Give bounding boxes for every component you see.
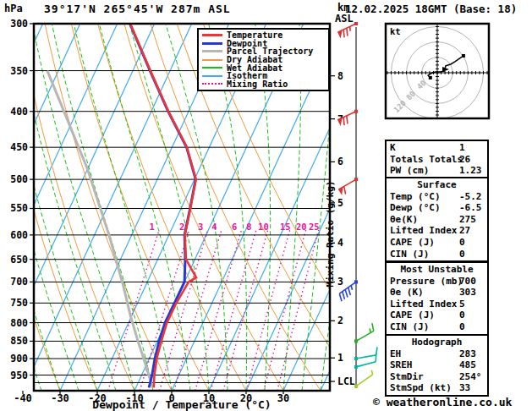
pressure-tick-label: 700 (10, 276, 28, 288)
credit-footer: © weatheronline.co.uk (373, 396, 512, 408)
table-row-label: Totals Totals (390, 154, 463, 165)
hodograph-ring-label: 120 (392, 99, 408, 115)
pressure-tick-label: 600 (10, 229, 28, 241)
mixing-ratio-tick-label: 3 (198, 222, 203, 232)
pressure-tick-label: 300 (10, 18, 28, 30)
table-row: SREH485 (387, 359, 487, 371)
mixing-ratio-tick-label: 10 (258, 222, 269, 232)
hodograph-ring-label: 40 (415, 79, 428, 91)
table-row: Lifted Index5 (387, 299, 487, 310)
indices-table: Most UnstablePressure (mb)700θe (K)303Li… (385, 261, 489, 336)
skewt-sounding-page: { "header": { "title": "39°17'N 265°45'W… (0, 0, 532, 411)
table-row-value: 27 (459, 225, 470, 237)
km-tick-label: 2 (337, 315, 343, 326)
legend-line-sample (202, 67, 222, 68)
table-row-label: CAPE (J) (390, 310, 435, 321)
table-row: StmDir254° (387, 371, 487, 383)
hodograph-trace (428, 56, 463, 78)
table-row: Dewp (°C)-6.5 (387, 202, 487, 214)
table-row-value: 283 (459, 348, 476, 360)
table-row-value: 275 (459, 214, 476, 226)
table-row-label: Temp (°C) (390, 191, 441, 202)
page-title: 39°17'N 265°45'W 287m ASL (44, 3, 231, 15)
pressure-tick-label: 950 (10, 370, 28, 381)
table-row-value: 33 (459, 382, 470, 394)
legend-line-sample (202, 50, 222, 52)
table-row: Totals Totals26 (387, 154, 487, 166)
pressure-tick-label: 650 (10, 254, 28, 266)
hodograph-ring-label: 80 (404, 90, 417, 102)
table-row-label: θe(K) (390, 214, 418, 225)
table-row-label: PW (cm) (390, 165, 429, 176)
isotherm-line (23, 24, 192, 391)
run-datetime-label: 12.02.2025 18GMT (Base: 18) (345, 3, 517, 15)
hodograph: 4080120 (386, 23, 489, 123)
table-row: θe(K)275 (387, 214, 487, 226)
dry-adiabat-line (19, 24, 134, 391)
wind-barb (354, 347, 377, 360)
km-tick-label: 5 (337, 197, 343, 209)
table-row-value: 1.23 (459, 165, 482, 177)
wet-adiabat-line (52, 24, 153, 391)
hodograph-unit-label: kt (390, 26, 401, 36)
pressure-tick-label: 850 (10, 335, 28, 347)
table-row-label: StmSpd (kt) (390, 382, 452, 393)
table-row-label: Lifted Index (390, 299, 457, 310)
mixing-ratio-axis-title: Mixing Ratio (g/kg) (325, 167, 336, 302)
table-row-label: Pressure (mb) (390, 276, 463, 287)
table-row-value: 303 (459, 287, 476, 299)
table-row: Lifted Index27 (387, 225, 487, 237)
table-row-value: -5.2 (459, 191, 482, 203)
table-header: Hodograph (387, 337, 487, 348)
legend-item-label: Mixing Ratio (227, 79, 288, 89)
mixing-ratio-tick-label: 15 (280, 222, 291, 232)
pressure-tick-label: 750 (10, 297, 28, 309)
indices-table: HodographEH283SREH485StmDir254°StmSpd (k… (385, 334, 489, 397)
pressure-tick-label: 500 (10, 173, 28, 185)
mixing-ratio-tick-label: 2 (179, 222, 184, 232)
table-row-label: SREH (390, 359, 413, 370)
table-row-label: K (390, 142, 396, 153)
table-row-label: EH (390, 348, 401, 359)
pressure-tick-label: 550 (10, 202, 28, 214)
km-tick-label: 6 (337, 156, 343, 167)
table-row-value: 5 (459, 299, 465, 310)
table-row-value: 1 (459, 142, 465, 154)
table-row-label: CIN (J) (390, 321, 429, 332)
wind-barb (338, 178, 358, 195)
legend-line-sample (202, 83, 222, 85)
table-row-value: 0 (459, 310, 465, 321)
temp-tick-label: -40 (14, 392, 32, 404)
table-row-label: CAPE (J) (390, 237, 435, 248)
table-row-value: 0 (459, 249, 465, 260)
legend: TemperatureDewpointParcel TrajectoryDry … (197, 28, 330, 91)
legend-line-sample (202, 42, 222, 45)
mixing-ratio-tick-label: 8 (246, 222, 251, 232)
table-row: CIN (J)0 (387, 321, 487, 333)
temperature-trace (130, 24, 196, 387)
table-row-label: Dewp (°C) (390, 202, 441, 213)
table-row-label: θe (K) (390, 287, 424, 298)
indices-table: K1Totals Totals26PW (cm)1.23 (385, 140, 489, 179)
table-row-value: 26 (459, 154, 470, 166)
temperature-axis-title: Dewpoint / Temperature (°C) (34, 398, 330, 411)
table-row: CAPE (J)0 (387, 310, 487, 321)
table-row: CIN (J)0 (387, 249, 487, 260)
legend-line-sample (202, 75, 222, 77)
km-tick-label: 3 (337, 276, 343, 288)
table-row-label: StmDir (390, 371, 424, 382)
mixing-ratio-tick-label: 4 (211, 222, 217, 232)
mixing-ratio-tick-label: 1 (150, 222, 155, 232)
mixing-ratio-tick-label: 25 (309, 222, 320, 232)
km-tick-label: 4 (337, 237, 343, 249)
mixing-ratio-tick-label: 20 (296, 222, 307, 232)
table-row-value: -6.5 (459, 202, 482, 214)
table-row: StmSpd (kt)33 (387, 382, 487, 394)
table-row-value: 700 (459, 276, 476, 288)
table-row: Pressure (mb)700 (387, 276, 487, 288)
pressure-unit-label: hPa (4, 3, 23, 14)
km-tick-label: 8 (337, 70, 343, 82)
table-row: PW (cm)1.23 (387, 165, 487, 177)
mixing-ratio-line (160, 230, 208, 391)
parcel-trajectory-trace (47, 71, 153, 388)
